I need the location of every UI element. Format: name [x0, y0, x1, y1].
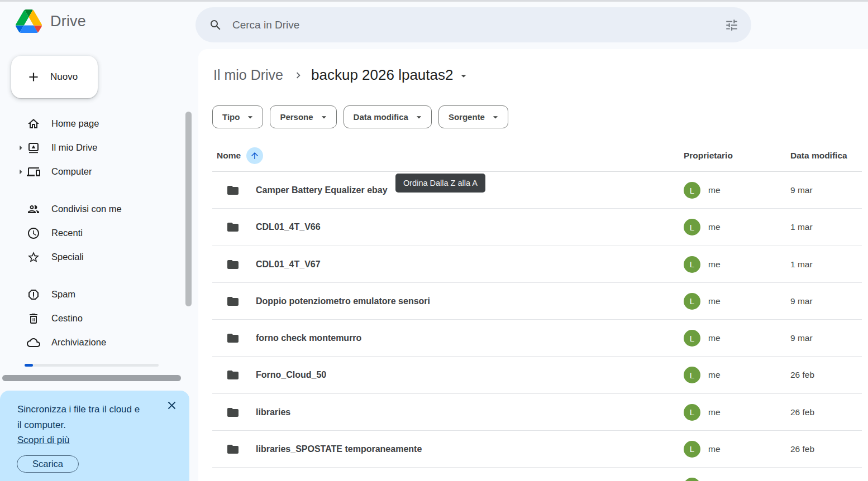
promo-learn-more-link[interactable]: Scopri di più [17, 432, 70, 448]
sidebar-nav: Home page Il mio Drive Computer [0, 112, 194, 354]
owner-label: me [708, 407, 721, 417]
chip-label: Sorgente [449, 112, 485, 122]
close-icon [165, 399, 178, 412]
my-drive-icon [27, 141, 40, 155]
search-options-icon[interactable] [724, 18, 739, 32]
sidebar-item-my-drive[interactable]: Il mio Drive [0, 136, 194, 160]
folder-icon [226, 295, 240, 308]
chevron-right-icon [292, 69, 304, 81]
owner-label: me [708, 185, 721, 195]
file-name: CDL01_4T_V66 [256, 222, 321, 232]
column-header-name[interactable]: Nome [212, 147, 684, 164]
owner-label: me [708, 259, 721, 270]
sidebar-item-label: Home page [51, 118, 99, 129]
table-row[interactable]: CDL01_4T_V67 L me 1 mar [198, 246, 868, 283]
owner-label: me [708, 296, 721, 306]
filter-chips: Tipo Persone Data modifica Sorgente [212, 105, 508, 128]
sidebar-horizontal-scrollbar[interactable] [2, 375, 181, 381]
chevron-down-icon [245, 112, 256, 123]
column-header-modified[interactable]: Data modifica [790, 151, 862, 161]
table-row[interactable]: Camper Battery Equalizer ebay L me 9 mar [198, 172, 868, 209]
sidebar-item-label: Cestino [51, 313, 83, 324]
sort-direction-button[interactable] [246, 147, 263, 164]
modified-date: 26 feb [790, 444, 814, 454]
table-row[interactable]: libraries_SPOSTATE temporaneamente L me … [198, 431, 868, 468]
chip-label: Tipo [222, 112, 240, 122]
modified-date: 9 mar [790, 296, 813, 306]
chip-label: Persone [280, 112, 313, 122]
filter-chip-type[interactable]: Tipo [212, 105, 263, 128]
table-row[interactable]: CDL01_4T_V66 L me 1 mar [198, 209, 868, 246]
file-name: forno check montemurro [256, 333, 361, 343]
new-button-label: Nuovo [50, 71, 78, 83]
sidebar: Nuovo Home page Il mio Drive [0, 49, 194, 481]
clock-icon [27, 227, 40, 240]
sidebar-item-spam[interactable]: Spam [0, 282, 194, 306]
table-row[interactable]: Doppio potenziometro emulatore sensori L… [198, 283, 868, 320]
drive-logo-icon [16, 9, 42, 33]
sidebar-vertical-scrollbar[interactable] [185, 112, 192, 306]
file-name: libraries [256, 407, 290, 417]
spam-icon [27, 288, 40, 301]
name-header-label: Nome [217, 151, 241, 161]
sidebar-item-home[interactable]: Home page [0, 112, 194, 136]
breadcrumb-parent[interactable]: Il mio Drive [212, 67, 284, 83]
partial-row-avatar [684, 478, 700, 481]
sidebar-item-starred[interactable]: Speciali [0, 245, 194, 269]
sidebar-item-label: Speciali [51, 252, 84, 262]
sort-tooltip: Ordina Dalla Z alla A [395, 174, 485, 193]
folder-icon [226, 331, 240, 345]
drive-logo-area[interactable]: Drive [16, 9, 86, 33]
top-bar: Drive [0, 2, 868, 49]
owner-avatar: L [684, 182, 700, 199]
chevron-down-icon [318, 112, 330, 123]
search-input[interactable] [231, 18, 724, 32]
new-button[interactable]: Nuovo [11, 56, 98, 98]
sidebar-item-label: Computer [51, 166, 92, 177]
sidebar-item-computers[interactable]: Computer [0, 160, 194, 184]
owner-label: me [708, 370, 721, 380]
people-icon [27, 203, 40, 216]
promo-close-button[interactable] [163, 396, 180, 414]
sidebar-item-shared-with-me[interactable]: Condivisi con me [0, 197, 194, 221]
cloud-icon [27, 336, 40, 349]
arrow-up-icon [250, 151, 260, 161]
plus-icon [26, 70, 41, 84]
chevron-down-icon [413, 112, 425, 123]
sidebar-item-recent[interactable]: Recenti [0, 221, 194, 245]
promo-download-button[interactable]: Scarica [17, 455, 79, 473]
sidebar-item-storage[interactable]: Archiviazione [0, 330, 194, 354]
filter-chip-modified[interactable]: Data modifica [344, 105, 432, 128]
sidebar-item-label: Recenti [51, 228, 83, 238]
folder-icon [226, 184, 240, 197]
chevron-down-icon [490, 112, 501, 123]
owner-avatar: L [684, 330, 700, 347]
owner-label: me [708, 222, 721, 232]
storage-usage-fill [25, 364, 33, 367]
search-icon[interactable] [209, 18, 222, 32]
owner-label: me [708, 333, 721, 343]
breadcrumb-current-folder[interactable]: backup 2026 lpautas2 [311, 66, 470, 84]
folder-icon [226, 258, 240, 271]
trash-icon [27, 312, 40, 325]
owner-label: me [708, 444, 721, 454]
home-icon [27, 117, 40, 131]
filter-chip-source[interactable]: Sorgente [438, 105, 508, 128]
chevron-down-icon [457, 70, 470, 82]
expand-arrow-icon[interactable] [15, 142, 27, 153]
modified-date: 26 feb [790, 370, 814, 379]
owner-avatar: L [684, 367, 700, 383]
search-bar[interactable] [195, 7, 751, 42]
filter-chip-people[interactable]: Persone [270, 105, 336, 128]
promo-message: Sincronizza i file tra il cloud e il com… [17, 402, 145, 432]
expand-arrow-icon[interactable] [15, 166, 27, 177]
folder-icon [226, 442, 240, 456]
table-row[interactable]: libraries L me 26 feb [198, 394, 868, 431]
table-row[interactable]: forno check montemurro L me 9 mar [198, 320, 868, 357]
file-rows: Camper Battery Equalizer ebay L me 9 mar… [198, 172, 868, 468]
file-name: Doppio potenziometro emulatore sensori [256, 296, 430, 306]
column-header-owner[interactable]: Proprietario [684, 151, 790, 161]
table-row[interactable]: Forno_Cloud_50 L me 26 feb [198, 357, 868, 393]
star-icon [27, 251, 40, 264]
sidebar-item-trash[interactable]: Cestino [0, 306, 194, 330]
